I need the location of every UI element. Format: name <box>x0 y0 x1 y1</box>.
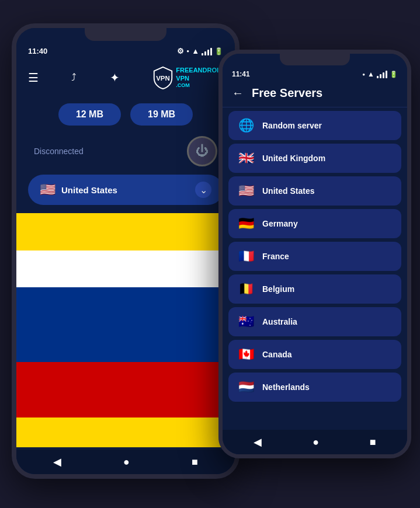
server-flag-be: 🇧🇪 <box>237 281 255 297</box>
server-flag-fr: 🇫🇷 <box>237 249 255 264</box>
country-selector[interactable]: 🇺🇸 United States ⌄ <box>28 175 223 205</box>
server-name-us: United States <box>262 186 314 196</box>
signal-bar-4 <box>210 48 212 55</box>
server-name-fr: France <box>262 252 289 261</box>
recent-nav-button[interactable]: ■ <box>192 456 198 468</box>
server-item-us[interactable]: 🇺🇸United States <box>228 176 401 206</box>
server-flag-us: 🇺🇸 <box>237 183 255 199</box>
server-flag-nl: 🇳🇱 <box>237 380 255 395</box>
status-icons: ⚙ ● ▲ 🔋 <box>177 47 223 55</box>
server-flag-random: 🌐 <box>237 118 255 133</box>
signal-bar-2 <box>204 51 206 55</box>
signal-bar2-4 <box>386 71 387 78</box>
home-nav-button2[interactable]: ● <box>313 436 319 448</box>
server-flag-ca: 🇨🇦 <box>237 347 255 362</box>
phone2-notch <box>280 54 350 65</box>
phone2-bottom-bar: ◀ ● ■ <box>223 430 407 454</box>
phone2-screen: 11:41 ● ▲ 🔋 ← Free Servers 🌐Random serve… <box>223 54 407 454</box>
home-nav-button[interactable]: ● <box>123 456 130 468</box>
signal-bar-1 <box>202 53 203 55</box>
flag-yellow-stripe <box>16 213 235 250</box>
server-item-fr[interactable]: 🇫🇷France <box>228 242 401 271</box>
stats-row: 12 MB 19 MB <box>16 98 235 131</box>
signal-strength2 <box>377 70 387 78</box>
signal-bar2-2 <box>380 74 381 78</box>
settings-icon: ⚙ <box>177 47 184 55</box>
server-item-au[interactable]: 🇦🇺Australia <box>228 307 401 336</box>
phone2-header: ← Free Servers <box>223 82 407 107</box>
country-name: United States <box>61 185 117 195</box>
chevron-down-icon: ⌄ <box>195 182 211 198</box>
country-left: 🇺🇸 United States <box>40 182 117 197</box>
back-nav-button[interactable]: ◀ <box>53 455 61 468</box>
free-servers-title: Free Servers <box>252 86 322 100</box>
server-flag-uk: 🇬🇧 <box>237 151 255 166</box>
signal-bar-3 <box>207 50 209 55</box>
server-name-de: Germany <box>262 219 298 228</box>
phone1-screen: 11:40 ⚙ ● ▲ 🔋 ☰ ⤴ ✦ <box>16 28 235 474</box>
recent-nav-button2[interactable]: ■ <box>370 436 376 448</box>
flag-red-stripe <box>16 362 235 417</box>
dot-icon: ● <box>186 48 189 54</box>
server-list: 🌐Random server🇬🇧United Kingdom🇺🇸United S… <box>223 107 407 430</box>
server-item-de[interactable]: 🇩🇪Germany <box>228 209 401 238</box>
server-name-random: Random server <box>262 121 322 130</box>
server-name-be: Belgium <box>262 284 294 294</box>
logo-area: VPN FREEANDROID VPN .COM <box>152 66 223 89</box>
signal-strength <box>202 47 212 55</box>
phone1-nav: ☰ ⤴ ✦ VPN FREEANDROID VPN .COM <box>16 60 235 95</box>
signal-bar2-1 <box>377 76 379 78</box>
battery-icon2: 🔋 <box>390 71 398 78</box>
server-item-ca[interactable]: 🇨🇦Canada <box>228 340 401 369</box>
server-name-nl: Netherlands <box>262 382 310 392</box>
connection-status: Disconnected <box>34 147 84 156</box>
server-item-uk[interactable]: 🇬🇧United Kingdom <box>228 144 401 173</box>
status-bar1: 11:40 ⚙ ● ▲ 🔋 <box>16 42 235 60</box>
share-icon[interactable]: ⤴ <box>71 72 77 83</box>
flag-display <box>16 213 235 447</box>
server-item-be[interactable]: 🇧🇪Belgium <box>228 274 401 304</box>
phone1-bottom-bar: ◀ ● ■ <box>16 450 235 474</box>
power-row: Disconnected ⏻ <box>16 134 235 169</box>
phone1: 11:40 ⚙ ● ▲ 🔋 ☰ ⤴ ✦ <box>12 23 239 479</box>
back-button[interactable]: ← <box>232 86 244 100</box>
status-bar2: 11:41 ● ▲ 🔋 <box>223 67 407 82</box>
download-stat[interactable]: 12 MB <box>58 103 121 126</box>
server-item-random[interactable]: 🌐Random server <box>228 111 401 140</box>
power-button[interactable]: ⏻ <box>187 136 217 166</box>
server-name-ca: Canada <box>262 350 292 359</box>
phone1-notch <box>85 28 166 41</box>
server-flag-au: 🇦🇺 <box>237 314 255 329</box>
signal-bar2-3 <box>383 72 384 78</box>
server-flag-de: 🇩🇪 <box>237 216 255 231</box>
flag-blue-stripe <box>16 287 235 361</box>
back-nav-button2[interactable]: ◀ <box>254 436 262 448</box>
time-display2: 11:41 <box>232 70 250 78</box>
flag-white-stripe <box>16 250 235 288</box>
wifi-icon2: ▲ <box>367 70 374 78</box>
shield-logo: VPN <box>152 66 173 89</box>
phone2: 11:41 ● ▲ 🔋 ← Free Servers 🌐Random serve… <box>218 50 411 458</box>
server-name-au: Australia <box>262 317 297 326</box>
status-icons2: ● ▲ 🔋 <box>362 70 398 78</box>
svg-text:VPN: VPN <box>157 75 170 82</box>
power-icon: ⏻ <box>196 144 209 159</box>
menu-icon[interactable]: ☰ <box>28 71 39 85</box>
server-item-nl[interactable]: 🇳🇱Netherlands <box>228 373 401 402</box>
flag-yellow2-stripe <box>16 417 235 447</box>
country-flag: 🇺🇸 <box>40 182 55 197</box>
time-display: 11:40 <box>28 47 47 55</box>
rate-icon[interactable]: ✦ <box>110 71 120 85</box>
battery-status-icon: 🔋 <box>214 47 223 55</box>
dot-icon2: ● <box>362 72 365 77</box>
wifi-status-icon: ▲ <box>192 47 199 55</box>
logo-text: FREEANDROID VPN .COM <box>176 67 223 88</box>
server-name-uk: United Kingdom <box>262 154 325 163</box>
upload-stat[interactable]: 19 MB <box>130 103 193 126</box>
